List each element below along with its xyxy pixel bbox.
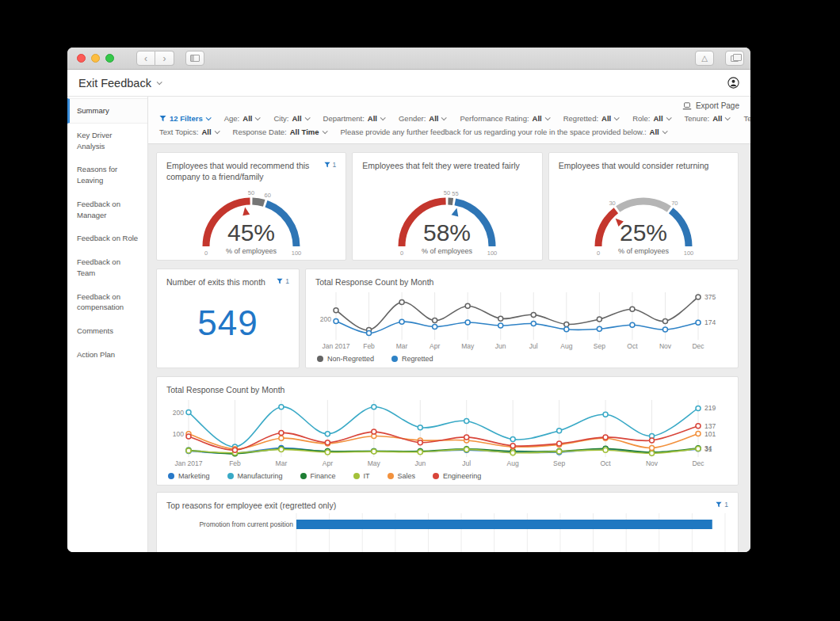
sidebar-item-reasons-for-leaving[interactable]: Reasons for Leaving — [67, 158, 147, 192]
filter-row-2: Text Topics:All Response Date:All Time P… — [156, 125, 741, 139]
svg-text:Sep: Sep — [553, 459, 565, 467]
filter-further-feedback[interactable]: Please provide any further feedback for … — [341, 128, 666, 136]
svg-text:Nov: Nov — [646, 459, 659, 467]
forward-button[interactable]: › — [155, 51, 174, 66]
show-tabs-button[interactable] — [725, 51, 744, 66]
svg-text:0: 0 — [204, 250, 208, 257]
filter-performance-rating[interactable]: Performance Rating:All — [460, 114, 548, 123]
filter-badge[interactable]: 1 — [716, 500, 728, 509]
gauge-card-recommend: Employees that would recommend this comp… — [156, 152, 346, 261]
filter-city[interactable]: City:All — [273, 114, 308, 123]
chevron-down-icon — [322, 128, 327, 134]
svg-text:Dec: Dec — [692, 459, 704, 467]
gauge-chart: 0505510058%% of employees — [363, 180, 531, 260]
share-button[interactable]: △ — [695, 51, 714, 66]
legend-finance[interactable]: Finance — [300, 472, 336, 480]
legend-regretted[interactable]: Regretted — [391, 355, 433, 363]
legend-engineering[interactable]: Engineering — [433, 472, 481, 480]
chart-legend: Marketing Manufacturing Finance IT Sales… — [157, 471, 738, 485]
line-chart: 100200Jan 2017FebMarAprMayJunJulAugSepOc… — [160, 397, 735, 471]
filter-badge[interactable]: 1 — [324, 160, 337, 169]
filter-text-sentiment[interactable]: Text Sentiment:All — [743, 114, 750, 123]
sidebar-item-comments[interactable]: Comments — [67, 319, 147, 343]
filter-badge[interactable]: 1 — [277, 276, 289, 285]
sidebar-toggle-button[interactable] — [185, 51, 204, 66]
export-page-button[interactable]: Export Page — [681, 100, 741, 112]
svg-text:31: 31 — [704, 445, 712, 453]
filter-role[interactable]: Role:All — [632, 114, 670, 123]
export-icon — [682, 102, 692, 110]
legend-dot — [317, 356, 323, 362]
sidebar-item-action-plan[interactable]: Action Plan — [67, 343, 147, 367]
sidebar-item-summary[interactable]: Summary — [67, 98, 147, 124]
chevron-down-icon — [662, 128, 667, 134]
svg-text:137: 137 — [704, 422, 716, 430]
chevron-down-icon — [725, 115, 731, 120]
filter-text-topics[interactable]: Text Topics:All — [159, 128, 219, 136]
svg-text:0: 0 — [400, 250, 403, 257]
sidebar-item-key-driver-analysis[interactable]: Key Driver Analysis — [67, 124, 147, 158]
svg-text:% of employees: % of employees — [422, 247, 473, 255]
svg-text:% of employees: % of employees — [226, 247, 277, 255]
svg-text:45%: 45% — [227, 219, 275, 246]
app-body: Summary Key Driver Analysis Reasons for … — [67, 97, 750, 552]
sidebar-item-feedback-on-compensation[interactable]: Feedback on compensation — [67, 285, 147, 320]
svg-text:Jan 2017: Jan 2017 — [323, 342, 350, 350]
svg-text:70: 70 — [671, 200, 678, 207]
back-button[interactable]: ‹ — [136, 51, 155, 66]
svg-text:Aug: Aug — [507, 459, 519, 467]
svg-text:30: 30 — [609, 200, 615, 207]
sidebar-icon — [190, 55, 200, 62]
svg-text:Jul: Jul — [529, 342, 538, 350]
filter-row-1: 12 Filters Age:All City:All Department:A… — [156, 112, 741, 125]
svg-text:Jun: Jun — [495, 342, 506, 350]
user-icon — [727, 77, 739, 89]
sidebar-item-feedback-on-team[interactable]: Feedback on Team — [67, 250, 147, 285]
filter-age[interactable]: Age:All — [224, 114, 260, 123]
svg-text:375: 375 — [704, 293, 716, 301]
sidebar-item-feedback-on-role[interactable]: Feedback on Role — [67, 227, 147, 250]
chevron-down-icon — [255, 115, 261, 120]
filters-summary-dropdown[interactable]: 12 Filters — [159, 114, 210, 123]
chevron-down-icon — [614, 115, 620, 120]
svg-text:0: 0 — [597, 250, 600, 257]
dashboard-content: Employees that would recommend this comp… — [148, 144, 750, 552]
legend-marketing[interactable]: Marketing — [168, 472, 210, 480]
account-menu[interactable] — [727, 77, 739, 89]
svg-text:Mar: Mar — [276, 459, 288, 467]
legend-it[interactable]: IT — [353, 472, 370, 480]
response-count-by-dept-card: Total Response Count by Month 100200Jan … — [156, 376, 739, 486]
close-button[interactable] — [77, 54, 86, 63]
zoom-button[interactable] — [105, 54, 114, 63]
minimize-button[interactable] — [91, 54, 100, 63]
dashboard-switcher[interactable]: Exit Feedback — [78, 77, 161, 90]
chevron-down-icon — [157, 79, 162, 85]
svg-text:Promotion from current positio: Promotion from current position — [199, 520, 293, 528]
legend-manufacturing[interactable]: Manufacturing — [227, 472, 283, 480]
legend-non-regretted[interactable]: Non-Regretted — [317, 355, 374, 363]
svg-text:Mar: Mar — [396, 342, 408, 350]
browser-chrome: ‹ › △ — [67, 48, 750, 70]
sidebar-item-feedback-on-manager[interactable]: Feedback on Manager — [67, 192, 147, 227]
share-icon: △ — [701, 55, 708, 63]
chevron-down-icon — [441, 115, 447, 120]
card-title: Employees that felt they were treated fa… — [362, 160, 532, 171]
svg-text:Apr: Apr — [323, 459, 333, 467]
legend-sales[interactable]: Sales — [388, 472, 416, 480]
gauge-card-consider-returning: Employees that would consider returning … — [548, 152, 739, 261]
filter-regretted[interactable]: Regretted:All — [563, 114, 619, 123]
svg-text:% of employees: % of employees — [618, 247, 670, 255]
response-count-card: Total Response Count by Month 200Jan 201… — [305, 269, 739, 368]
filter-icon — [716, 501, 722, 508]
svg-text:Aug: Aug — [560, 342, 572, 350]
filter-gender[interactable]: Gender:All — [399, 114, 445, 123]
filter-response-date[interactable]: Response Date:All Time — [233, 128, 326, 136]
svg-text:58%: 58% — [423, 219, 471, 246]
svg-text:Sep: Sep — [594, 342, 605, 350]
chart-legend: Non-Regretted Regretted — [306, 354, 738, 368]
legend-dot — [433, 473, 439, 479]
chevron-down-icon — [544, 115, 550, 120]
filter-tenure[interactable]: Tenure:All — [685, 114, 730, 123]
svg-text:101: 101 — [704, 430, 716, 438]
filter-department[interactable]: Department:All — [323, 114, 384, 123]
